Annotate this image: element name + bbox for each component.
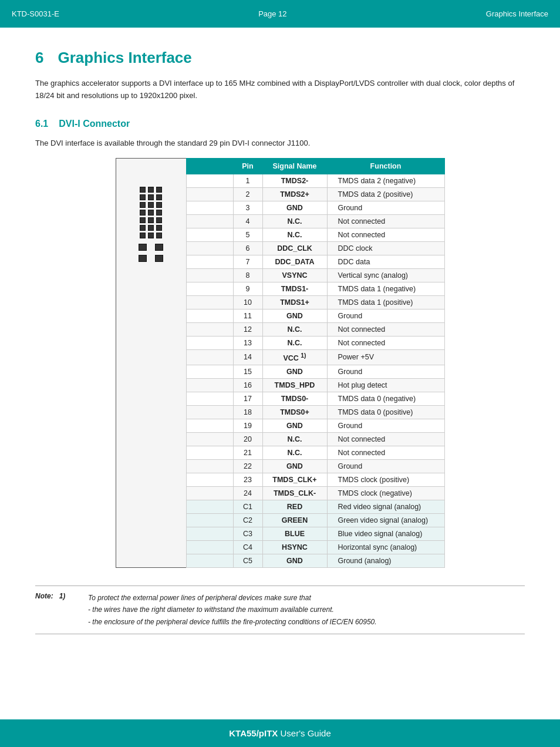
pin-cell: 13 (233, 336, 262, 349)
function-cell: TMDS clock (negative) (327, 486, 444, 500)
pin-cell: 12 (233, 322, 262, 336)
header-cell (186, 214, 233, 228)
header-cell (186, 349, 233, 365)
pin-dot-wide (139, 244, 147, 251)
pin-row-6 (140, 225, 162, 231)
table-row: 1TMDS2-TMDS data 2 (negative) (186, 174, 444, 187)
pin-row-8 (139, 244, 163, 251)
pin-cell: 18 (233, 405, 262, 419)
header-cell (186, 459, 233, 473)
pin-cell: 11 (233, 309, 262, 322)
pin-dot-wide (139, 255, 147, 262)
signal-cell: TMDS0+ (262, 405, 327, 419)
function-cell: Not connected (327, 336, 444, 349)
header-cell (186, 241, 233, 255)
table-row: 12N.C.Not connected (186, 322, 444, 336)
function-cell: DDC data (327, 255, 444, 268)
pin-cell: 3 (233, 201, 262, 214)
col-header-signal: Signal Name (262, 158, 327, 174)
table-row: 18TMDS0+TMDS data 0 (positive) (186, 405, 444, 419)
pin-dot (148, 194, 154, 200)
function-cell: TMDS data 1 (positive) (327, 295, 444, 309)
header-cell (186, 500, 233, 513)
header-cell (186, 554, 233, 567)
header-cell (186, 365, 233, 378)
table-row: 17TMDS0-TMDS data 0 (negative) (186, 392, 444, 405)
function-cell: Not connected (327, 214, 444, 228)
signal-cell: TMDS_CLK+ (262, 473, 327, 486)
pin-dot (156, 210, 162, 216)
signal-cell: N.C. (262, 446, 327, 459)
table-row: 5N.C.Not connected (186, 228, 444, 241)
table-row: 2TMDS2+TMDS data 2 (positive) (186, 187, 444, 201)
pin-cell: C2 (233, 513, 262, 527)
note-line: To protect the external power lines of p… (88, 592, 377, 604)
top-bar-right: Graphics Interface (486, 9, 548, 18)
pin-dot (140, 217, 146, 223)
signal-cell: RED (262, 500, 327, 513)
pin-row-7 (140, 233, 162, 238)
pin-dot (148, 187, 154, 193)
pin-cell: 6 (233, 241, 262, 255)
table-row: C4HSYNCHorizontal sync (analog) (186, 540, 444, 554)
pin-cell: C1 (233, 500, 262, 513)
top-bar-center: Page 12 (258, 9, 286, 18)
signal-cell: TMDS1- (262, 282, 327, 295)
pin-cell: 9 (233, 282, 262, 295)
function-cell: Not connected (327, 322, 444, 336)
pin-cell: C4 (233, 540, 262, 554)
table-row: C5GNDGround (analog) (186, 554, 444, 567)
pin-cell: 17 (233, 392, 262, 405)
pin-dot (140, 225, 146, 231)
signal-cell: TMDS1+ (262, 295, 327, 309)
function-cell: Green video signal (analog) (327, 513, 444, 527)
pin-cell: 5 (233, 228, 262, 241)
col-header-pin: Pin (233, 158, 262, 174)
connector-diagram (116, 158, 186, 568)
signal-cell: GND (262, 459, 327, 473)
note-section: Note: 1) To protect the external power l… (35, 586, 525, 634)
table-row: 14VCC 1)Power +5V (186, 349, 444, 365)
pin-cell: C5 (233, 554, 262, 567)
connector-table-wrap: Pin Signal Name Function 1TMDS2-TMDS dat… (116, 158, 445, 568)
pin-dot (148, 210, 154, 216)
signal-cell: TMDS_HPD (262, 378, 327, 392)
pin-row-3 (140, 202, 162, 208)
function-cell: Ground (327, 459, 444, 473)
pin-cell: 22 (233, 459, 262, 473)
function-cell: Ground (analog) (327, 554, 444, 567)
function-cell: Ground (327, 201, 444, 214)
section-title: DVI-I Connector (59, 119, 130, 129)
header-cell (186, 527, 233, 540)
function-cell: Not connected (327, 446, 444, 459)
footer-text: KTA55/pITX User's Guide (229, 728, 330, 738)
header-cell (186, 187, 233, 201)
section-heading: 6.1 DVI-I Connector (35, 119, 525, 129)
function-cell: Horizontal sync (analog) (327, 540, 444, 554)
header-cell (186, 446, 233, 459)
pin-dot (148, 202, 154, 208)
pin-dot (140, 194, 146, 200)
function-cell: Power +5V (327, 349, 444, 365)
note-label: Note: 1) (35, 592, 82, 628)
signal-cell: GND (262, 554, 327, 567)
table-row: 3GNDGround (186, 201, 444, 214)
function-cell: DDC clock (327, 241, 444, 255)
pin-cell: C3 (233, 527, 262, 540)
section-number: 6.1 (35, 119, 48, 129)
signal-cell: GREEN (262, 513, 327, 527)
chapter-body-text: The graphics accelerator supports a DVI … (35, 78, 525, 102)
table-row: 20N.C.Not connected (186, 432, 444, 446)
function-cell: TMDS clock (positive) (327, 473, 444, 486)
table-row: 10TMDS1+TMDS data 1 (positive) (186, 295, 444, 309)
pin-cell: 20 (233, 432, 262, 446)
header-cell (186, 268, 233, 282)
signal-cell: TMDS2+ (262, 187, 327, 201)
chapter-title: Graphics Interface (58, 49, 191, 67)
header-cell (186, 513, 233, 527)
pin-dot (156, 202, 162, 208)
signal-cell: GND (262, 201, 327, 214)
function-cell: Hot plug detect (327, 378, 444, 392)
signal-cell: N.C. (262, 336, 327, 349)
signal-cell: DDC_DATA (262, 255, 327, 268)
